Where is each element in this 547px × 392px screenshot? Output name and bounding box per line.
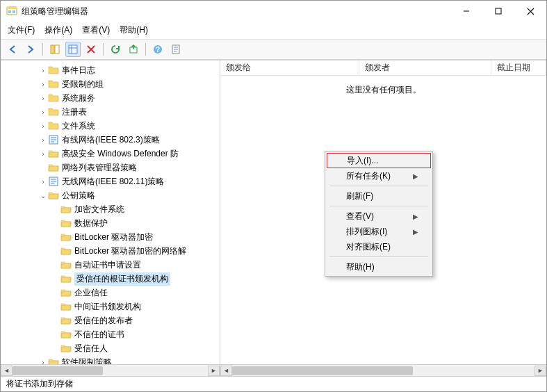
tree-item[interactable]: ›事件日志: [1, 63, 220, 77]
empty-message: 这里没有任何项目。: [220, 84, 546, 96]
delete-button[interactable]: [83, 42, 99, 57]
folder-icon: [48, 106, 59, 117]
cm-all-tasks-label: 所有任务(K): [346, 170, 391, 182]
scroll-left-icon[interactable]: ◄: [220, 366, 232, 376]
folder-open-icon: [48, 148, 59, 159]
help-button[interactable]: ?: [150, 42, 165, 57]
col-issuer[interactable]: 颁发者: [359, 60, 491, 75]
expander-closed-icon[interactable]: ›: [38, 108, 48, 116]
nav-back-button[interactable]: [5, 42, 20, 57]
cm-refresh-label: 刷新(F): [346, 190, 373, 202]
tree-item[interactable]: ›高级安全 Windows Defender 防: [1, 147, 220, 161]
col-issued-to[interactable]: 颁发给: [220, 60, 359, 75]
tree-item[interactable]: ›有线网络(IEEE 802.3)策略: [1, 133, 220, 147]
tree-item-label: 软件限制策略: [62, 357, 112, 365]
expander-open-icon[interactable]: ⌄: [38, 192, 48, 199]
cm-help[interactable]: 帮助(H): [327, 259, 431, 275]
tree-item[interactable]: 中间证书颁发机构: [1, 300, 220, 313]
menu-help[interactable]: 帮助(H): [120, 24, 148, 36]
cm-view-label: 查看(V): [346, 211, 374, 222]
tree-item[interactable]: ›系统服务: [1, 91, 220, 105]
tree-item[interactable]: ›受限制的组: [1, 77, 220, 91]
folder-open-icon: [60, 329, 72, 340]
menu-view[interactable]: 查看(V): [82, 24, 110, 36]
svg-rect-5: [496, 8, 501, 14]
menu-action[interactable]: 操作(A): [44, 24, 72, 36]
toolbar: ?: [1, 39, 546, 60]
close-button[interactable]: [514, 1, 546, 22]
cm-all-tasks[interactable]: 所有任务(K) ▶: [327, 168, 431, 183]
expander-closed-icon[interactable]: ›: [38, 178, 48, 186]
folder-open-icon: [60, 315, 72, 326]
tree-item-label: 自动证书申请设置: [74, 259, 141, 271]
cm-separator: [329, 206, 428, 206]
cm-separator: [329, 186, 428, 186]
maximize-button[interactable]: [482, 1, 514, 22]
scroll-thumb[interactable]: [13, 366, 103, 375]
tree-item[interactable]: 网络列表管理器策略: [1, 161, 220, 174]
expander-closed-icon[interactable]: ›: [38, 81, 48, 88]
scroll-right-icon[interactable]: ►: [208, 366, 220, 376]
scroll-left-icon[interactable]: ◄: [1, 366, 13, 376]
tree-item[interactable]: 不信任的证书: [1, 327, 220, 341]
tree-item[interactable]: 企业信任: [1, 286, 220, 300]
show-tree-button[interactable]: [47, 42, 63, 57]
cm-arrange[interactable]: 排列图标(I) ▶: [327, 224, 431, 239]
folder-open-icon: [60, 231, 72, 243]
cm-align[interactable]: 对齐图标(E): [327, 239, 431, 254]
expander-closed-icon[interactable]: ›: [38, 150, 48, 158]
cm-refresh[interactable]: 刷新(F): [327, 188, 431, 204]
cm-import[interactable]: 导入(I)...: [327, 153, 431, 168]
tree-item-label: 中间证书颁发机构: [74, 301, 141, 313]
tree-item[interactable]: ›文件系统: [1, 119, 220, 133]
tree-item[interactable]: 受信任的发布者: [1, 313, 220, 327]
list-hscrollbar[interactable]: ◄ ►: [220, 364, 546, 376]
svg-text:?: ?: [156, 46, 160, 54]
cm-view[interactable]: 查看(V) ▶: [327, 209, 431, 224]
menu-file[interactable]: 文件(F): [8, 24, 35, 36]
expander-closed-icon[interactable]: ›: [38, 359, 48, 365]
export-button[interactable]: [126, 42, 141, 57]
tree-item[interactable]: 数据保护: [1, 216, 220, 230]
tree-item-label: 文件系统: [62, 120, 95, 132]
tree[interactable]: ›事件日志›受限制的组›系统服务›注册表›文件系统›有线网络(IEEE 802.…: [1, 60, 220, 364]
tree-item[interactable]: 加密文件系统: [1, 202, 220, 216]
cm-import-label: 导入(I)...: [347, 155, 378, 167]
tree-item[interactable]: ⌄公钥策略: [1, 188, 220, 202]
chevron-right-icon: ▶: [413, 172, 418, 180]
cm-align-label: 对齐图标(E): [346, 241, 391, 253]
folder-open-icon: [60, 301, 72, 312]
minimize-button[interactable]: [450, 1, 482, 22]
cm-help-label: 帮助(H): [346, 261, 375, 273]
expander-closed-icon[interactable]: ›: [38, 95, 48, 102]
tree-item[interactable]: 自动证书申请设置: [1, 258, 220, 272]
expander-closed-icon[interactable]: ›: [38, 136, 48, 144]
show-details-button[interactable]: [65, 42, 81, 57]
expander-closed-icon[interactable]: ›: [38, 67, 48, 74]
policy-icon: [48, 134, 59, 145]
col-expiration[interactable]: 截止日期: [491, 60, 546, 75]
tree-item-label: 有线网络(IEEE 802.3)策略: [62, 134, 160, 146]
chevron-right-icon: ▶: [413, 228, 418, 236]
folder-open-icon: [60, 204, 72, 215]
expander-closed-icon[interactable]: ›: [38, 122, 48, 130]
tree-item[interactable]: ›注册表: [1, 105, 220, 119]
tree-item-label: 事件日志: [62, 65, 95, 76]
tree-item-label: 受限制的组: [62, 79, 104, 90]
list-body[interactable]: 这里没有任何项目。 导入(I)... 所有任务(K) ▶ 刷新(F) 查看(V)…: [220, 76, 546, 364]
tree-item[interactable]: ›软件限制策略: [1, 355, 220, 364]
folder-open-icon: [60, 343, 72, 354]
scroll-right-icon[interactable]: ►: [534, 366, 546, 376]
scroll-thumb[interactable]: [232, 366, 413, 375]
tree-item[interactable]: 受信任的根证书颁发机构: [1, 272, 220, 286]
refresh-button[interactable]: [108, 42, 123, 57]
nav-forward-button[interactable]: [23, 42, 38, 57]
tree-item[interactable]: BitLocker 驱动器加密的网络解: [1, 244, 220, 258]
tree-item-label: 不信任的证书: [74, 329, 124, 341]
properties-button[interactable]: [168, 42, 183, 57]
folder-open-icon: [60, 259, 72, 270]
tree-item[interactable]: ›无线网络(IEEE 802.11)策略: [1, 174, 220, 188]
tree-item[interactable]: 受信任人: [1, 341, 220, 355]
tree-hscrollbar[interactable]: ◄ ►: [1, 364, 220, 376]
tree-item[interactable]: BitLocker 驱动器加密: [1, 230, 220, 244]
